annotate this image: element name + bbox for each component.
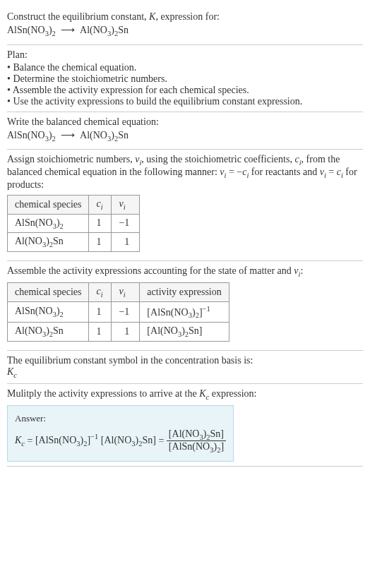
- stoich-text-a: Assign stoichiometric numbers,: [7, 154, 135, 164]
- answer-equation: Kc = [AlSn(NO3)2]−1 [Al(NO3)2Sn] = [Al(N…: [15, 428, 226, 455]
- multiply-section: Mulitply the activity expressions to arr…: [7, 384, 363, 467]
- activity-text: Assemble the activity expressions accoun…: [7, 265, 363, 278]
- plan-item: • Determine the stoichiometric numbers.: [7, 73, 363, 85]
- cell-nu: 1: [112, 233, 140, 252]
- kc-lhs: Kc: [15, 435, 25, 445]
- product-formula: Al(NO3)2Sn: [80, 130, 129, 140]
- kc-inline: Kc: [199, 388, 209, 399]
- product-formula: Al(NO3)2Sn: [80, 25, 129, 35]
- table-header-row: chemical species ci νi activity expressi…: [8, 282, 229, 301]
- stoich-table: chemical species ci νi AlSn(NO3)2 1 −1 A…: [7, 195, 140, 252]
- table-row: Al(NO3)2Sn 1 1 [Al(NO3)2Sn]: [8, 323, 229, 342]
- equals2: =: [156, 435, 167, 445]
- plan-title: Plan:: [7, 49, 363, 61]
- answer-label: Answer:: [15, 413, 226, 424]
- plan-section: Plan: • Balance the chemical equation. •…: [7, 45, 363, 112]
- eq2: =: [326, 167, 337, 177]
- cell-activity: [AlSn(NO3)2]−1: [140, 301, 229, 322]
- fraction: [Al(NO3)2Sn][AlSn(NO3)2]: [167, 428, 226, 455]
- balanced-section: Write the balanced chemical equation: Al…: [7, 112, 363, 150]
- intro-line1b: , expression for:: [155, 11, 220, 22]
- table-row: Al(NO3)2Sn 1 1: [8, 233, 140, 252]
- equals: =: [25, 435, 35, 445]
- col-activity: activity expression: [140, 282, 229, 301]
- activity-section: Assemble the activity expressions accoun…: [7, 261, 363, 351]
- table-row: AlSn(NO3)2 1 −1 [AlSn(NO3)2]−1: [8, 301, 229, 322]
- sub2b: 2: [114, 30, 118, 37]
- activity-text-a: Assemble the activity expressions accoun…: [7, 265, 294, 276]
- eq-nu2: νi: [320, 167, 326, 177]
- kc-k: K: [7, 366, 13, 377]
- cell-species: Al(NO3)2Sn: [8, 233, 89, 252]
- denominator: [AlSn(NO3)2]: [167, 441, 226, 454]
- symbol-text: The equilibrium constant symbol in the c…: [7, 355, 363, 366]
- arrow-icon: ⟶: [61, 128, 75, 143]
- plan-item: • Use the activity expressions to build …: [7, 96, 363, 107]
- multiply-text: Mulitply the activity expressions to arr…: [7, 388, 363, 401]
- cell-c: 1: [89, 301, 112, 322]
- activity-table: chemical species ci νi activity expressi…: [7, 282, 229, 342]
- stoich-section: Assign stoichiometric numbers, νi, using…: [7, 150, 363, 261]
- cell-species: Al(NO3)2Sn: [8, 323, 89, 342]
- balanced-equation: AlSn(NO3)2 ⟶ Al(NO3)2Sn: [7, 128, 363, 145]
- kc-symbol: Kc: [7, 366, 363, 379]
- col-c: ci: [89, 195, 112, 214]
- stoich-text-b: , using the stoichiometric coefficients,: [141, 154, 294, 164]
- cell-c: 1: [89, 233, 112, 252]
- table-row: AlSn(NO3)2 1 −1: [8, 214, 140, 233]
- answer-box: Answer: Kc = [AlSn(NO3)2]−1 [Al(NO3)2Sn]…: [7, 405, 234, 462]
- eq-c2: ci: [337, 167, 343, 177]
- cell-nu: −1: [112, 301, 140, 322]
- intro-equation: AlSn(NO3)2 ⟶ Al(NO3)2Sn: [7, 23, 363, 40]
- sub3: 3: [45, 30, 49, 37]
- eq1: = −: [226, 167, 242, 177]
- multiply-text-b: expression:: [209, 388, 256, 399]
- plan-list: • Balance the chemical equation. • Deter…: [7, 62, 363, 107]
- col-nu: νi: [112, 195, 140, 214]
- numerator: [Al(NO3)2Sn]: [167, 428, 226, 442]
- activity-text-b: :: [300, 265, 303, 276]
- sub3b: 3: [107, 30, 111, 37]
- term1: [AlSn(NO3)2]−1: [35, 435, 98, 445]
- intro-text: Construct the equilibrium constant, K, e…: [7, 11, 363, 23]
- cell-nu: −1: [112, 214, 140, 233]
- cell-c: 1: [89, 323, 112, 342]
- cell-c: 1: [89, 214, 112, 233]
- k-symbol: K: [149, 11, 155, 22]
- col-species: chemical species: [8, 282, 89, 301]
- reactant-formula: AlSn(NO3)2: [7, 130, 56, 140]
- kc-sub: c: [13, 371, 17, 379]
- balanced-title: Write the balanced chemical equation:: [7, 116, 363, 128]
- term2: [Al(NO3)2Sn]: [101, 435, 156, 445]
- table-header-row: chemical species ci νi: [8, 195, 140, 214]
- eq-c: ci: [242, 167, 249, 177]
- cell-activity: [Al(NO3)2Sn]: [140, 323, 229, 342]
- plan-item: • Balance the chemical equation.: [7, 62, 363, 73]
- cell-species: AlSn(NO3)2: [8, 301, 89, 322]
- cell-nu: 1: [112, 323, 140, 342]
- stoich-text: Assign stoichiometric numbers, νi, using…: [7, 154, 363, 191]
- nu-i: νi: [135, 154, 141, 164]
- col-c: ci: [89, 282, 112, 301]
- cell-species: AlSn(NO3)2: [8, 214, 89, 233]
- intro-line1a: Construct the equilibrium constant,: [7, 11, 149, 22]
- col-species: chemical species: [8, 195, 89, 214]
- plan-item: • Assemble the activity expression for e…: [7, 85, 363, 96]
- stoich-text-d: for reactants and: [249, 167, 319, 177]
- c-i: ci: [294, 154, 301, 164]
- sub2: 2: [52, 30, 56, 37]
- col-nu: νi: [112, 282, 140, 301]
- multiply-text-a: Mulitply the activity expressions to arr…: [7, 388, 199, 399]
- intro-section: Construct the equilibrium constant, K, e…: [7, 7, 363, 45]
- reactant-formula: AlSn(NO3)2: [7, 25, 56, 35]
- symbol-section: The equilibrium constant symbol in the c…: [7, 351, 363, 384]
- arrow-icon: ⟶: [61, 23, 75, 38]
